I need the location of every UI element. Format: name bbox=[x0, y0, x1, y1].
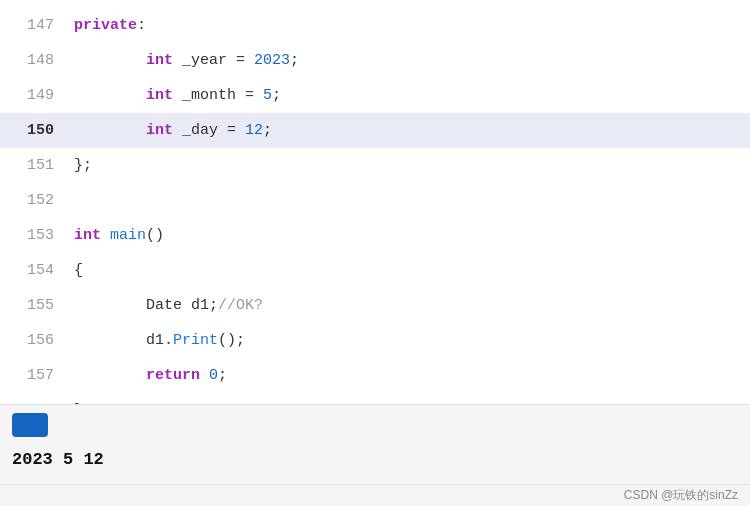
line-number: 155 bbox=[0, 288, 70, 323]
line-number: 149 bbox=[0, 78, 70, 113]
code-line: 152 bbox=[0, 183, 750, 218]
footer-bar: CSDN @玩铁的sinZz bbox=[0, 484, 750, 506]
line-content: d1.Print(); bbox=[70, 323, 750, 358]
code-editor: 147private:148 int _year = 2023;149 int … bbox=[0, 0, 750, 404]
line-number: 156 bbox=[0, 323, 70, 358]
line-content: private: bbox=[70, 8, 750, 43]
line-number: 147 bbox=[0, 8, 70, 43]
output-text: 2023 5 12 bbox=[12, 450, 738, 469]
code-line: 147private: bbox=[0, 8, 750, 43]
code-line: 155 Date d1;//OK? bbox=[0, 288, 750, 323]
line-number: 150 bbox=[0, 113, 70, 148]
line-number: 154 bbox=[0, 253, 70, 288]
code-line: 151}; bbox=[0, 148, 750, 183]
line-content: { bbox=[70, 253, 750, 288]
line-number: 151 bbox=[0, 148, 70, 183]
line-content: int _day = 12; bbox=[70, 113, 750, 148]
line-content: Date d1;//OK? bbox=[70, 288, 750, 323]
footer-credit: CSDN @玩铁的sinZz bbox=[624, 487, 738, 504]
line-content: }; bbox=[70, 148, 750, 183]
line-number: 158 bbox=[0, 393, 70, 404]
code-line: 156 d1.Print(); bbox=[0, 323, 750, 358]
line-number: 148 bbox=[0, 43, 70, 78]
line-content: int main() bbox=[70, 218, 750, 253]
line-number: 153 bbox=[0, 218, 70, 253]
code-line: 158} bbox=[0, 393, 750, 404]
code-line: 148 int _year = 2023; bbox=[0, 43, 750, 78]
code-line: 149 int _month = 5; bbox=[0, 78, 750, 113]
code-line: 154{ bbox=[0, 253, 750, 288]
line-content: return 0; bbox=[70, 358, 750, 393]
code-line: 150 int _day = 12; bbox=[0, 113, 750, 148]
line-content: int _year = 2023; bbox=[70, 43, 750, 78]
line-content: } bbox=[70, 393, 750, 404]
code-line: 157 return 0; bbox=[0, 358, 750, 393]
line-number: 152 bbox=[0, 183, 70, 218]
output-area: 2023 5 12 bbox=[0, 404, 750, 484]
line-content: int _month = 5; bbox=[70, 78, 750, 113]
line-number: 157 bbox=[0, 358, 70, 393]
run-button[interactable] bbox=[12, 413, 48, 437]
code-line: 153int main() bbox=[0, 218, 750, 253]
